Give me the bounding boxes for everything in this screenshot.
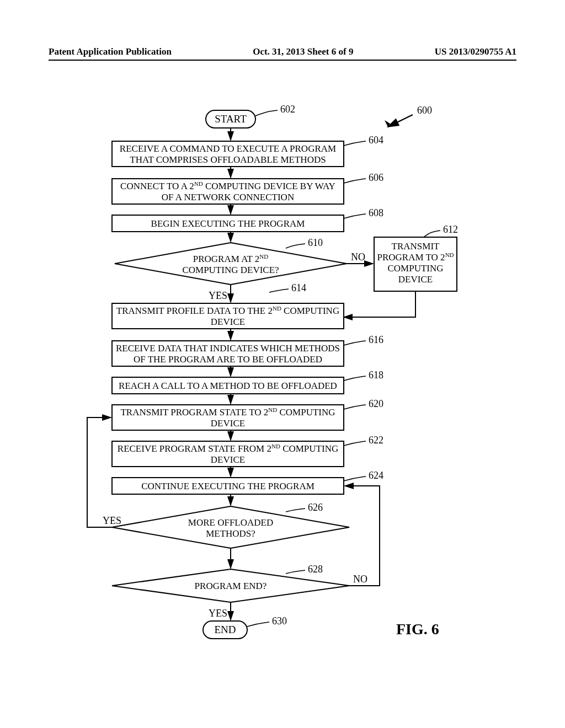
arrow-612-614 [344, 291, 415, 317]
svg-text:METHODS?: METHODS? [206, 528, 255, 539]
label-610-yes: YES [209, 290, 227, 301]
ref-630: 630 [272, 615, 287, 627]
header-rule [49, 60, 516, 61]
svg-text:THAT COMPRISES OFFLOADABLE MET: THAT COMPRISES OFFLOADABLE METHODS [130, 154, 326, 165]
svg-text:TRANSMIT PROFILE DATA TO THE 2: TRANSMIT PROFILE DATA TO THE 2ND COMPUTI… [116, 305, 339, 316]
leader-618 [344, 376, 366, 381]
ref-606: 606 [369, 172, 383, 183]
label-626-yes: YES [103, 515, 121, 526]
ref-612: 612 [443, 224, 458, 235]
header-mid: Oct. 31, 2013 Sheet 6 of 9 [253, 46, 353, 57]
node-start: START [206, 110, 255, 128]
header-left: Patent Application Publication [49, 46, 172, 57]
leader-610 [286, 244, 305, 248]
ref-624: 624 [369, 470, 383, 481]
ref-628: 628 [308, 564, 323, 575]
node-612: TRANSMIT PROGRAM TO 2ND COMPUTING DEVICE [374, 237, 457, 291]
svg-text:OF A NETWORK CONNECTION: OF A NETWORK CONNECTION [162, 192, 294, 202]
ref-618: 618 [369, 370, 383, 381]
svg-text:TRANSMIT PROGRAM STATE TO 2ND : TRANSMIT PROGRAM STATE TO 2ND COMPUTING [120, 406, 335, 417]
node-618: REACH A CALL TO A METHOD TO BE OFFLOADED [112, 377, 344, 394]
header-right: US 2013/0290755 A1 [435, 46, 516, 57]
node-604: RECEIVE A COMMAND TO EXECUTE A PROGRAM T… [112, 141, 344, 167]
svg-text:PROGRAM AT 2ND: PROGRAM AT 2ND [193, 253, 269, 264]
leader-604 [344, 141, 366, 146]
node-622: RECEIVE PROGRAM STATE FROM 2ND COMPUTING… [112, 441, 344, 467]
ref-604: 604 [369, 135, 383, 146]
leader-622 [344, 441, 366, 446]
node-614: TRANSMIT PROFILE DATA TO THE 2ND COMPUTI… [112, 303, 344, 329]
svg-text:RECEIVE DATA THAT INDICATES WH: RECEIVE DATA THAT INDICATES WHICH METHOD… [116, 343, 340, 354]
ref-616: 616 [369, 334, 383, 345]
leader-630 [247, 622, 269, 627]
label-628-yes: YES [209, 608, 227, 619]
leader-606 [344, 179, 366, 183]
leader-602 [255, 110, 278, 116]
node-608: BEGIN EXECUTING THE PROGRAM [112, 215, 344, 232]
svg-text:CONNECT TO A 2ND COMPUTING DEV: CONNECT TO A 2ND COMPUTING DEVICE BY WAY [120, 180, 335, 191]
arrow-626-yes-loop [87, 417, 112, 527]
label-610-no: NO [351, 251, 365, 263]
page: Patent Application Publication Oct. 31, … [0, 0, 565, 728]
svg-text:DEVICE: DEVICE [211, 317, 245, 327]
leader-620 [344, 405, 366, 409]
svg-text:CONTINUE EXECUTING THE PROGRAM: CONTINUE EXECUTING THE PROGRAM [141, 481, 315, 491]
ref-608: 608 [369, 207, 383, 218]
leader-608 [344, 214, 366, 218]
leader-614 [269, 289, 289, 292]
arrow-628-no-loop [345, 486, 380, 586]
svg-text:RECEIVE PROGRAM STATE FROM 2ND: RECEIVE PROGRAM STATE FROM 2ND COMPUTING [118, 443, 338, 454]
svg-text:DEVICE: DEVICE [398, 274, 433, 285]
svg-text:COMPUTING: COMPUTING [387, 263, 443, 274]
figure-label: FIG. 6 [396, 620, 439, 638]
ref-622: 622 [369, 435, 383, 446]
node-606: CONNECT TO A 2ND COMPUTING DEVICE BY WAY… [112, 179, 344, 204]
label-628-no: NO [353, 574, 367, 585]
ref-602: 602 [280, 104, 295, 115]
ref-620: 620 [369, 398, 383, 409]
svg-text:DEVICE: DEVICE [211, 418, 245, 429]
ref-614: 614 [291, 282, 306, 293]
leader-624 [344, 477, 366, 481]
flowchart: 600 START 602 RECEIVE A COMMAND TO EXECU… [49, 72, 516, 689]
node-616: RECEIVE DATA THAT INDICATES WHICH METHOD… [112, 341, 344, 366]
leader-612 [424, 231, 440, 237]
svg-text:BEGIN EXECUTING THE PROGRAM: BEGIN EXECUTING THE PROGRAM [151, 218, 305, 229]
ref-600: 600 [417, 105, 432, 116]
node-end: END [203, 621, 247, 639]
svg-text:END: END [214, 624, 236, 635]
svg-text:PROGRAM END?: PROGRAM END? [195, 581, 267, 591]
svg-text:DEVICE: DEVICE [211, 454, 245, 465]
svg-text:RECEIVE A COMMAND TO EXECUTE A: RECEIVE A COMMAND TO EXECUTE A PROGRAM [120, 143, 336, 154]
ref-626: 626 [308, 502, 323, 513]
svg-text:START: START [215, 113, 247, 125]
svg-text:PROGRAM TO 2ND: PROGRAM TO 2ND [377, 251, 454, 263]
page-header: Patent Application Publication Oct. 31, … [49, 46, 516, 57]
node-624: CONTINUE EXECUTING THE PROGRAM [112, 478, 344, 494]
leader-626 [286, 508, 305, 512]
node-620: TRANSMIT PROGRAM STATE TO 2ND COMPUTING … [112, 405, 344, 430]
svg-text:OF THE PROGRAM ARE TO BE OFFLO: OF THE PROGRAM ARE TO BE OFFLOADED [134, 354, 322, 365]
svg-text:MORE OFFLOADED: MORE OFFLOADED [188, 517, 273, 528]
ref-arrow-600 [388, 115, 413, 127]
leader-616 [344, 341, 366, 345]
svg-text:REACH A CALL TO A METHOD TO BE: REACH A CALL TO A METHOD TO BE OFFLOADED [119, 381, 337, 391]
node-610-decision: PROGRAM AT 2ND COMPUTING DEVICE? [115, 243, 347, 285]
svg-text:TRANSMIT: TRANSMIT [392, 241, 440, 251]
ref-610: 610 [308, 237, 323, 248]
leader-628 [286, 570, 305, 574]
svg-text:COMPUTING DEVICE?: COMPUTING DEVICE? [182, 265, 279, 275]
